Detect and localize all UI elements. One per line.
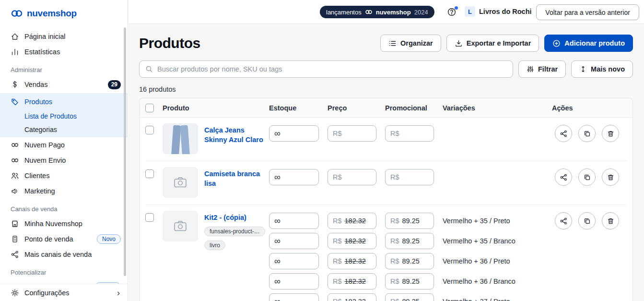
sidebar-item-label: Minha Nuvemshop: [24, 220, 121, 228]
export-import-button[interactable]: Exportar e Importar: [446, 35, 539, 52]
currency-prefix: R$: [390, 257, 399, 265]
sidebar: nuvemshop Página inicialEstatísticasAdmi…: [0, 0, 128, 301]
stock-input[interactable]: ∞: [269, 125, 319, 142]
promo-price-input[interactable]: R$89.25: [385, 293, 434, 301]
filter-label: Filtrar: [538, 65, 558, 73]
add-product-button[interactable]: Adicionar produto: [544, 35, 633, 52]
table-row: Camiseta branca lisa∞R$R$: [145, 161, 627, 205]
share-button[interactable]: [555, 125, 572, 142]
promo-price-input[interactable]: R$89.25: [385, 253, 434, 269]
users-icon: [11, 171, 19, 180]
price-input[interactable]: R$182.32: [328, 253, 376, 269]
stock-input[interactable]: ∞: [269, 273, 319, 289]
sidebar-item-nuvem-envio[interactable]: Nuvem Envio: [0, 153, 128, 168]
organize-button[interactable]: Organizar: [380, 35, 441, 52]
delete-button[interactable]: [602, 169, 619, 186]
sort-arrows-icon: [579, 65, 587, 73]
duplicate-button[interactable]: [578, 169, 596, 186]
sidebar-item-badge: 29: [108, 80, 121, 89]
stock-input[interactable]: ∞: [269, 233, 319, 249]
table-row: Calça Jeans Skinny Azul Claro∞R$R$: [145, 118, 627, 161]
row-checkbox[interactable]: [145, 126, 154, 134]
sidebar-item-label: Produtos: [24, 98, 121, 106]
currency-prefix: R$: [390, 277, 399, 285]
filter-button[interactable]: Filtrar: [518, 60, 566, 78]
sidebar-item-estatisticas[interactable]: Estatísticas: [0, 44, 128, 60]
promo-price-input[interactable]: R$89.25: [385, 213, 434, 229]
delete-button[interactable]: [602, 212, 619, 229]
sidebar-item-minha-nuvemshop[interactable]: Minha Nuvemshop: [0, 216, 128, 231]
product-image-placeholder: [163, 167, 198, 198]
sidebar-scrollbar[interactable]: [124, 27, 126, 276]
search-box[interactable]: [139, 60, 513, 78]
row-checkbox[interactable]: [145, 169, 154, 178]
duplicate-button[interactable]: [578, 212, 596, 229]
price-input[interactable]: R$182.32: [328, 213, 376, 229]
notifications-button[interactable]: [425, 7, 436, 17]
product-name-link[interactable]: Calça Jeans Skinny Azul Claro: [204, 125, 268, 145]
promo-price-input[interactable]: R$89.25: [385, 233, 434, 249]
stock-input[interactable]: ∞: [269, 213, 319, 229]
price-input[interactable]: R$182.32: [328, 233, 376, 249]
account-menu[interactable]: L Livros do Rochi: [465, 6, 532, 17]
tag-icon: [11, 97, 19, 106]
sidebar-item-vendas[interactable]: Vendas29: [0, 77, 128, 92]
product-name-link[interactable]: Camiseta branca lisa: [204, 169, 268, 189]
promo-price-input[interactable]: R$: [385, 169, 434, 185]
delete-button[interactable]: [602, 125, 619, 142]
row-checkbox[interactable]: [145, 213, 154, 222]
price-value: 182.32: [345, 277, 366, 285]
share-button[interactable]: [555, 212, 572, 229]
sort-button[interactable]: Mais novo: [571, 60, 633, 78]
stock-input[interactable]: ∞: [269, 293, 319, 301]
price-input[interactable]: R$182.32: [328, 273, 376, 289]
promo-price-input[interactable]: R$89.25: [385, 273, 434, 289]
sidebar-item-marketing[interactable]: Marketing: [0, 183, 128, 199]
currency-prefix: R$: [390, 130, 399, 137]
products-table: Produto Estoque Preço Promocional Variaç…: [139, 98, 633, 301]
sidebar-item-mais-canais-de-venda[interactable]: Mais canais de venda: [0, 247, 128, 262]
sidebar-item-curso-e-commerce[interactable]: Curso e-commerceGrátis: [0, 279, 128, 284]
sidebar-item-label: Vendas: [24, 81, 103, 88]
brand-logo[interactable]: nuvemshop: [0, 0, 128, 27]
table-body: Calça Jeans Skinny Azul Claro∞R$R$Camise…: [145, 118, 627, 301]
sidebar-item-lista-de-produtos[interactable]: Lista de Produtos: [0, 109, 128, 123]
search-input[interactable]: [157, 65, 507, 73]
sidebar-item-categorias[interactable]: Categorias: [0, 123, 128, 136]
share-button[interactable]: [555, 169, 572, 186]
sidebar-item-clientes[interactable]: Clientes: [0, 168, 128, 183]
sidebar-item-nuvem-pago[interactable]: Nuvem Pago: [0, 137, 128, 153]
sidebar-item-produtos[interactable]: Produtos: [0, 94, 128, 109]
plus-circle-icon: [552, 39, 561, 48]
back-to-previous-version-button[interactable]: Voltar para a versão anterior: [536, 4, 639, 20]
price-input[interactable]: R$: [328, 125, 376, 142]
promo-left-text: lançamentos: [326, 9, 362, 16]
sidebar-item-pagina-inicial[interactable]: Página inicial: [0, 29, 128, 44]
sidebar-item-label: Ponto de venda: [24, 235, 92, 243]
download-icon: [455, 39, 463, 48]
duplicate-icon: [583, 130, 591, 138]
select-all-checkbox[interactable]: [145, 104, 154, 112]
sidebar-item-configuracoes[interactable]: Configurações ›: [0, 284, 128, 301]
price-input[interactable]: R$182.32: [328, 293, 376, 301]
promo-value: 89.25: [402, 257, 420, 265]
sidebar-item-ponto-de-venda[interactable]: Ponto de vendaNovo: [0, 231, 128, 247]
help-button[interactable]: [446, 7, 457, 17]
column-header-estoque: Estoque: [269, 104, 328, 112]
duplicate-button[interactable]: [578, 125, 596, 142]
currency-prefix: R$: [333, 277, 342, 285]
promo-price-input[interactable]: R$: [385, 125, 434, 142]
variant-row: ∞R$182.32R$89.25Vermelho + 35 / Branco: [269, 231, 552, 251]
price-value: 182.32: [345, 217, 366, 225]
price-input[interactable]: R$: [328, 169, 376, 185]
product-name-link[interactable]: Kit2 - (cópia): [204, 213, 246, 222]
sidebar-item-label: Clientes: [24, 172, 121, 180]
currency-prefix: R$: [333, 173, 342, 181]
page-title: Produtos: [139, 35, 200, 51]
variation-label: Vermelho + 35 / Branco: [443, 237, 552, 245]
sidebar-section-label: Potencializar: [0, 262, 128, 279]
promo-banner[interactable]: lançamentos nuvemshop 2024: [320, 6, 434, 18]
variant-row: ∞R$182.32R$89.25Vermelho + 36 / Preto: [269, 251, 552, 271]
stock-input[interactable]: ∞: [269, 169, 319, 185]
stock-input[interactable]: ∞: [269, 253, 319, 269]
